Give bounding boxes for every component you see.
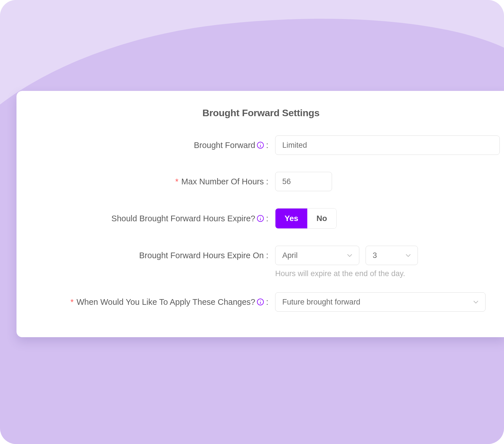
label-expire-on: Brought Forward Hours Expire On : [16,251,275,260]
expire-toggle-yes[interactable]: Yes [275,209,307,228]
chevron-down-icon [406,254,411,257]
row-should-expire: Should Brought Forward Hours Expire? : Y… [16,208,504,229]
expire-month-select[interactable]: April [275,246,359,265]
expire-hint: Hours will expire at the end of the day. [16,269,504,278]
required-star-icon: * [70,297,74,307]
label-text: When Would You Like To Apply These Chang… [76,297,255,307]
label-colon: : [266,251,268,260]
expire-day-select[interactable]: 3 [366,246,418,265]
info-icon[interactable] [257,299,264,305]
label-colon: : [266,297,268,307]
max-hours-input[interactable]: 56 [275,172,332,191]
row-apply-when: * When Would You Like To Apply These Cha… [16,292,504,312]
select-value: Limited [282,141,307,150]
label-apply-when: * When Would You Like To Apply These Cha… [16,297,275,307]
label-text: Should Brought Forward Hours Expire? [111,214,255,223]
expire-toggle-group: Yes No [275,208,337,229]
select-value: April [282,251,298,260]
chevron-down-icon [473,300,478,304]
select-value: Future brought forward [282,298,360,307]
panel-title: Brought Forward Settings [16,107,504,118]
label-colon: : [266,141,268,150]
brought-forward-select[interactable]: Limited [275,136,500,155]
label-colon: : [266,214,268,223]
label-colon: : [266,177,268,186]
apply-when-select[interactable]: Future brought forward [275,292,486,312]
expire-toggle-no[interactable]: No [307,209,336,228]
label-text: Brought Forward [194,141,255,150]
info-icon[interactable] [257,215,264,222]
select-value: 3 [373,251,377,260]
label-text: Brought Forward Hours Expire On [139,251,264,260]
info-icon[interactable] [257,142,264,149]
settings-panel: Brought Forward Settings Brought Forward… [16,91,504,337]
chevron-down-icon [347,254,352,257]
row-max-hours: * Max Number Of Hours : 56 [16,172,504,191]
label-should-expire: Should Brought Forward Hours Expire? : [16,214,275,223]
label-brought-forward: Brought Forward : [16,141,275,150]
row-expire-on: Brought Forward Hours Expire On : April … [16,246,504,265]
label-text: Max Number Of Hours [181,177,264,186]
label-max-hours: * Max Number Of Hours : [16,177,275,186]
row-brought-forward: Brought Forward : Limited [16,136,504,155]
required-star-icon: * [175,177,179,186]
page-background: Brought Forward Settings Brought Forward… [0,0,504,444]
input-value: 56 [282,177,291,186]
